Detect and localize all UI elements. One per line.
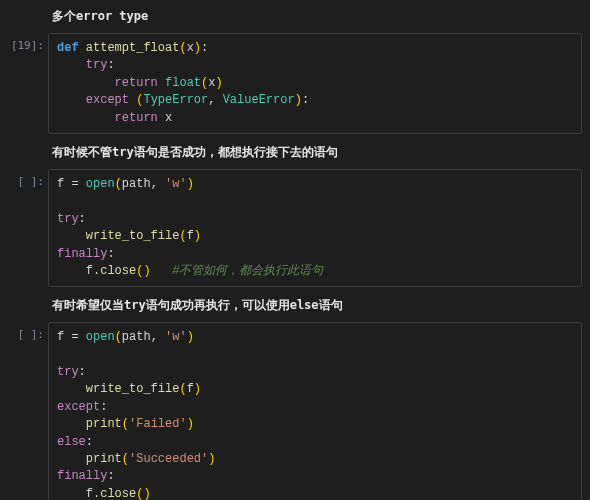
err-type: TypeError	[143, 93, 208, 107]
paren: (	[122, 417, 129, 431]
code-cell-3: [ ]: f = open(path, 'w') try: write_to_f…	[8, 322, 582, 500]
fn-name: attempt_float	[86, 41, 180, 55]
paren: )	[194, 41, 201, 55]
var-f: f	[187, 229, 194, 243]
paren: )	[295, 93, 302, 107]
markdown-heading-3: 有时希望仅当try语句成功再执行，可以使用else语句	[52, 297, 582, 314]
notebook-page: 多个error type [19]: def attempt_float(x):…	[0, 0, 590, 500]
code-cell-2: [ ]: f = open(path, 'w') try: write_to_f…	[8, 169, 582, 287]
fn-print: print	[86, 452, 122, 466]
kw-finally: finally	[57, 247, 107, 261]
fn-write: write_to_file	[86, 229, 180, 243]
kw-finally: finally	[57, 469, 107, 483]
var-path: path	[122, 330, 151, 344]
colon: :	[201, 41, 208, 55]
kw-try: try	[86, 58, 108, 72]
fn-close: close	[100, 487, 136, 500]
var-f: f	[86, 487, 93, 500]
fn-write: write_to_file	[86, 382, 180, 396]
paren: )	[143, 264, 150, 278]
comment: #不管如何，都会执行此语句	[172, 264, 323, 278]
paren: (	[179, 41, 186, 55]
fn-open: open	[86, 330, 115, 344]
code-input-2[interactable]: f = open(path, 'w') try: write_to_file(f…	[48, 169, 582, 287]
paren: (	[122, 452, 129, 466]
kw-try: try	[57, 212, 79, 226]
var-path: path	[122, 177, 151, 191]
paren: )	[194, 229, 201, 243]
kw-except: except	[57, 400, 100, 414]
fn-print: print	[86, 417, 122, 431]
paren: )	[194, 382, 201, 396]
op-eq: =	[64, 177, 86, 191]
code-pre-1: def attempt_float(x): try: return float(…	[57, 40, 573, 127]
code-cell-1: [19]: def attempt_float(x): try: return …	[8, 33, 582, 134]
cell-prompt-2: [ ]:	[8, 169, 48, 188]
err-value: ValueError	[223, 93, 295, 107]
paren: )	[143, 487, 150, 500]
kw-else: else	[57, 435, 86, 449]
kw-return: return	[115, 111, 158, 125]
kw-return: return	[115, 76, 158, 90]
comma: ,	[208, 93, 222, 107]
str-mode: 'w'	[165, 177, 187, 191]
kw-try: try	[57, 365, 79, 379]
kw-def: def	[57, 41, 79, 55]
paren: (	[115, 177, 122, 191]
fn-float: float	[165, 76, 201, 90]
cell-prompt-1: [19]:	[8, 33, 48, 52]
colon: :	[107, 58, 114, 72]
paren: (	[179, 382, 186, 396]
fn-open: open	[86, 177, 115, 191]
colon: :	[79, 212, 86, 226]
kw-except: except	[86, 93, 129, 107]
paren: )	[215, 76, 222, 90]
paren: )	[208, 452, 215, 466]
colon: :	[86, 435, 93, 449]
colon: :	[79, 365, 86, 379]
var-x: x	[165, 111, 172, 125]
str-failed: 'Failed'	[129, 417, 187, 431]
cell-prompt-3: [ ]:	[8, 322, 48, 341]
paren: )	[187, 417, 194, 431]
code-pre-2: f = open(path, 'w') try: write_to_file(f…	[57, 176, 573, 280]
paren: )	[187, 330, 194, 344]
colon: :	[107, 247, 114, 261]
arg-x: x	[187, 41, 194, 55]
op-eq: =	[64, 330, 86, 344]
colon: :	[107, 469, 114, 483]
code-input-3[interactable]: f = open(path, 'w') try: write_to_file(f…	[48, 322, 582, 500]
colon: :	[302, 93, 309, 107]
markdown-heading-2: 有时候不管try语句是否成功，都想执行接下去的语句	[52, 144, 582, 161]
str-succeeded: 'Succeeded'	[129, 452, 208, 466]
colon: :	[100, 400, 107, 414]
comma: ,	[151, 177, 165, 191]
markdown-heading-1: 多个error type	[52, 8, 582, 25]
var-f: f	[86, 264, 93, 278]
code-pre-3: f = open(path, 'w') try: write_to_file(f…	[57, 329, 573, 500]
paren: (	[115, 330, 122, 344]
comma: ,	[151, 330, 165, 344]
var-f: f	[187, 382, 194, 396]
paren: (	[179, 229, 186, 243]
paren: )	[187, 177, 194, 191]
str-mode: 'w'	[165, 330, 187, 344]
code-input-1[interactable]: def attempt_float(x): try: return float(…	[48, 33, 582, 134]
fn-close: close	[100, 264, 136, 278]
